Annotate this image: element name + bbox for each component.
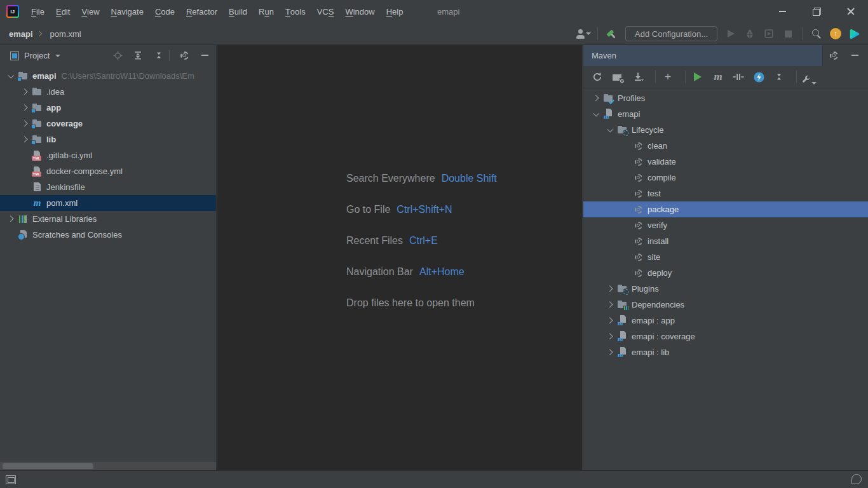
restore-button[interactable] bbox=[799, 0, 834, 23]
offline-mode-icon[interactable] bbox=[751, 69, 766, 85]
chevron-expanded-icon[interactable] bbox=[604, 122, 617, 138]
minimize-button[interactable] bbox=[765, 0, 799, 23]
notifications-icon[interactable] bbox=[851, 474, 862, 484]
user-avatar-icon[interactable] bbox=[576, 26, 591, 41]
chevron-collapsed-icon[interactable] bbox=[604, 297, 617, 313]
tree-item-coverage[interactable]: coverage bbox=[0, 116, 216, 132]
coverage-button[interactable] bbox=[761, 26, 776, 41]
tree-item-idea[interactable]: .idea bbox=[0, 84, 216, 100]
menu-build[interactable]: Build bbox=[223, 0, 253, 23]
tree-item-scratches[interactable]: Scratches and Consoles bbox=[0, 227, 216, 243]
tree-item-emapi[interactable]: emapi C:\Users\SantroW11\Downloads\Em bbox=[0, 68, 216, 84]
maven-goal-test[interactable]: test bbox=[583, 186, 868, 201]
build-hammer-icon[interactable] bbox=[604, 26, 620, 41]
menu-run[interactable]: Run bbox=[253, 0, 280, 23]
menu-vcs[interactable]: VCS bbox=[311, 0, 340, 23]
maven-goal-package[interactable]: package bbox=[583, 201, 868, 217]
chevron-collapsed-icon[interactable] bbox=[590, 90, 603, 106]
breadcrumb-file[interactable]: pom.xml bbox=[50, 29, 81, 39]
execute-goal-icon[interactable] bbox=[710, 69, 726, 85]
hide-panel-icon[interactable] bbox=[849, 50, 860, 61]
settings-gear-icon[interactable] bbox=[179, 50, 190, 61]
run-button[interactable] bbox=[723, 26, 738, 41]
chevron-collapsed-icon[interactable] bbox=[18, 116, 32, 132]
generate-sources-icon[interactable] bbox=[610, 69, 625, 85]
menu-file[interactable]: File bbox=[25, 0, 50, 23]
window-layout-icon[interactable] bbox=[6, 475, 16, 484]
chevron-collapsed-icon[interactable] bbox=[4, 211, 18, 227]
add-configuration-button[interactable]: Add Configuration... bbox=[625, 26, 717, 41]
maven-item-emapi-app[interactable]: emapi : app bbox=[583, 313, 868, 329]
chevron-collapsed-icon[interactable] bbox=[18, 84, 32, 100]
search-everywhere-icon[interactable] bbox=[809, 26, 824, 41]
tree-item-pom-xml[interactable]: pom.xml bbox=[0, 195, 216, 211]
project-view-selector[interactable]: Project bbox=[10, 45, 60, 66]
maven-item-emapi-coverage[interactable]: emapi : coverage bbox=[583, 329, 868, 344]
menu-code[interactable]: Code bbox=[149, 0, 180, 23]
download-sources-icon[interactable] bbox=[630, 69, 646, 85]
maven-settings-wrench-icon[interactable] bbox=[801, 69, 817, 85]
tree-item-gitlab-ci[interactable]: .gitlab-ci.yml bbox=[0, 147, 216, 163]
chevron-collapsed-icon[interactable] bbox=[18, 132, 32, 147]
chevron-expanded-icon[interactable] bbox=[590, 106, 603, 122]
plus-icon[interactable] bbox=[660, 69, 675, 85]
maven-project-icon bbox=[617, 347, 628, 358]
menu-navigate[interactable]: Navigate bbox=[105, 0, 149, 23]
tree-item-app[interactable]: app bbox=[0, 100, 216, 116]
tree-item-external-libraries[interactable]: External Libraries bbox=[0, 211, 216, 227]
maven-item-profiles[interactable]: Profiles bbox=[583, 90, 868, 106]
shortcut-keys: Ctrl+Shift+N bbox=[397, 204, 452, 215]
menu-window[interactable]: Window bbox=[339, 0, 380, 23]
chevron-collapsed-icon[interactable] bbox=[18, 100, 32, 116]
maven-item-dependencies[interactable]: Dependencies bbox=[583, 297, 868, 313]
menu-tools[interactable]: Tools bbox=[280, 0, 311, 23]
chevron-collapsed-icon[interactable] bbox=[604, 313, 617, 329]
stop-button[interactable] bbox=[780, 26, 796, 41]
gradient-play-icon[interactable] bbox=[847, 26, 862, 41]
main-area: Project emapi C:\Users\SantroW11\Downloa… bbox=[0, 45, 868, 470]
update-available-icon[interactable] bbox=[828, 26, 843, 41]
maven-item-plugins[interactable]: Plugins bbox=[583, 281, 868, 297]
maven-item-emapi[interactable]: emapi bbox=[583, 106, 868, 122]
maven-goal-clean[interactable]: clean bbox=[583, 138, 868, 154]
reimport-icon[interactable] bbox=[590, 69, 605, 85]
close-button[interactable] bbox=[834, 0, 868, 23]
run-maven-icon[interactable] bbox=[690, 69, 705, 85]
collapse-all-icon[interactable] bbox=[771, 69, 787, 85]
maven-goal-validate[interactable]: validate bbox=[583, 154, 868, 170]
maven-goal-install[interactable]: install bbox=[583, 233, 868, 249]
maven-goal-verify[interactable]: verify bbox=[583, 217, 868, 233]
editor-area[interactable]: Search Everywhere Double Shift Go to Fil… bbox=[217, 45, 582, 470]
breadcrumb-project[interactable]: emapi bbox=[9, 29, 33, 39]
maven-goal-site[interactable]: site bbox=[583, 249, 868, 265]
menu-refactor[interactable]: Refactor bbox=[180, 0, 223, 23]
tree-item-jenkinsfile[interactable]: Jenkinsfile bbox=[0, 179, 216, 195]
menu-view[interactable]: View bbox=[76, 0, 105, 23]
expand-all-icon[interactable] bbox=[132, 50, 144, 61]
hide-panel-icon[interactable] bbox=[199, 50, 210, 61]
chevron-collapsed-icon[interactable] bbox=[604, 344, 617, 360]
horizontal-scrollbar[interactable] bbox=[0, 462, 217, 470]
chevron-collapsed-icon[interactable] bbox=[604, 329, 617, 344]
locate-file-icon[interactable] bbox=[112, 50, 123, 61]
shortcut-row: Search Everywhere Double Shift bbox=[346, 172, 497, 186]
chevron-collapsed-icon[interactable] bbox=[604, 281, 617, 297]
plus-glyph bbox=[665, 71, 672, 83]
settings-gear-icon[interactable] bbox=[828, 50, 839, 61]
tree-item-docker-compose[interactable]: docker-compose.yml bbox=[0, 163, 216, 179]
maven-goal-deploy[interactable]: deploy bbox=[583, 265, 868, 281]
maven-goal-compile[interactable]: compile bbox=[583, 170, 868, 186]
maven-item-emapi-lib[interactable]: emapi : lib bbox=[583, 344, 868, 360]
toolbar-separator bbox=[169, 50, 170, 61]
scrollbar-thumb[interactable] bbox=[3, 463, 93, 469]
debug-button[interactable] bbox=[742, 26, 757, 41]
project-panel-title: Project bbox=[24, 51, 50, 60]
collapse-all-icon[interactable] bbox=[153, 50, 165, 61]
tree-item-lib[interactable]: lib bbox=[0, 132, 216, 147]
maven-tree: Profiles emapi Lifecycle clean validate bbox=[583, 88, 868, 360]
maven-item-lifecycle[interactable]: Lifecycle bbox=[583, 122, 868, 138]
chevron-expanded-icon[interactable] bbox=[4, 68, 18, 84]
menu-edit[interactable]: Edit bbox=[50, 0, 76, 23]
skip-tests-icon[interactable] bbox=[731, 69, 746, 85]
menu-help[interactable]: Help bbox=[381, 0, 409, 23]
